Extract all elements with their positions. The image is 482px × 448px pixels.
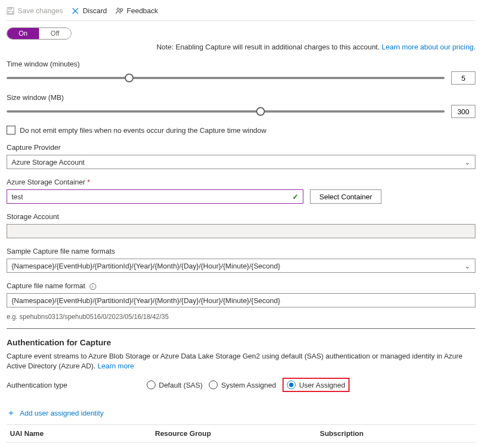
- feedback-label: Feedback: [126, 7, 158, 15]
- radio-icon: [147, 380, 156, 389]
- time-window-value[interactable]: [451, 71, 475, 85]
- toggle-on: On: [7, 28, 39, 39]
- size-window-label: Size window (MB): [7, 93, 475, 102]
- file-format-example: e.g. spehubns0313/spehub0516/0/2023/05/1…: [7, 313, 475, 321]
- feedback-icon: [115, 7, 123, 15]
- capture-provider-label: Capture Provider: [7, 143, 475, 152]
- pricing-link[interactable]: Learn more about our pricing.: [381, 43, 475, 51]
- save-icon: [7, 7, 14, 15]
- identity-table-header: UAI Name Resource Group Subscription: [7, 424, 475, 443]
- select-container-button[interactable]: Select Container: [310, 189, 381, 204]
- chevron-down-icon: ⌄: [464, 262, 470, 270]
- svg-rect-1: [8, 12, 13, 14]
- time-window-label: Time window (minutes): [7, 60, 475, 68]
- auth-learn-link[interactable]: Learn more: [97, 362, 134, 370]
- toolbar: Save changes Discard Feedback: [7, 4, 475, 21]
- col-uai-name: UAI Name: [7, 429, 155, 438]
- storage-container-label: Azure Storage Container *: [7, 178, 475, 186]
- auth-heading: Authentication for Capture: [7, 338, 475, 347]
- storage-container-input[interactable]: test ✓: [7, 189, 303, 204]
- emit-empty-checkbox[interactable]: [7, 126, 15, 135]
- size-window-slider[interactable]: [7, 110, 445, 113]
- plus-icon: ＋: [7, 407, 15, 419]
- discard-button[interactable]: Discard: [71, 7, 107, 15]
- highlight-box: User Assigned: [282, 378, 350, 392]
- auth-description: Capture event streams to Azure Blob Stor…: [7, 351, 475, 371]
- sample-formats-select[interactable]: {Namespace}/{EventHub}/{PartitionId}/{Ye…: [7, 259, 475, 273]
- svg-point-5: [117, 8, 119, 10]
- col-resource-group: Resource Group: [155, 429, 320, 438]
- add-identity-button[interactable]: ＋ Add user assigned identity: [7, 404, 475, 422]
- divider: [7, 328, 475, 329]
- slider-thumb[interactable]: [256, 107, 265, 116]
- storage-account-input: [7, 224, 475, 238]
- radio-default-sas[interactable]: Default (SAS): [147, 380, 202, 389]
- capture-provider-select[interactable]: Azure Storage Account ⌄: [7, 155, 475, 169]
- radio-icon: [287, 380, 296, 389]
- col-subscription: Subscription: [320, 429, 475, 438]
- svg-rect-2: [9, 8, 12, 9]
- feedback-button[interactable]: Feedback: [115, 7, 158, 15]
- auth-type-radio-group: Default (SAS) System Assigned User Assig…: [147, 378, 350, 392]
- file-format-label: Capture file name format i: [7, 282, 475, 290]
- sample-formats-label: Sample Capture file name formats: [7, 247, 475, 255]
- info-icon[interactable]: i: [90, 283, 96, 290]
- chevron-down-icon: ⌄: [464, 158, 470, 166]
- save-button: Save changes: [7, 7, 63, 15]
- discard-label: Discard: [82, 7, 107, 15]
- radio-user-assigned[interactable]: User Assigned: [287, 380, 345, 389]
- close-icon: [71, 7, 79, 15]
- pricing-note: Note: Enabling Capture will result in ad…: [7, 43, 475, 51]
- time-window-slider[interactable]: [7, 77, 445, 79]
- radio-system-assigned[interactable]: System Assigned: [209, 380, 276, 389]
- save-label: Save changes: [18, 7, 63, 15]
- auth-type-label: Authentication type: [7, 381, 147, 389]
- check-icon: ✓: [292, 193, 298, 201]
- emit-empty-label: Do not emit empty files when no events o…: [20, 126, 267, 135]
- slider-thumb[interactable]: [125, 74, 134, 82]
- file-format-input[interactable]: {Namespace}/{EventHub}/{PartitionId}/{Ye…: [7, 293, 475, 307]
- radio-icon: [209, 380, 218, 389]
- storage-account-label: Storage Account: [7, 212, 475, 221]
- toggle-off: Off: [39, 28, 71, 39]
- identity-table-empty: User assigned identity is not added yet: [7, 443, 475, 448]
- size-window-value[interactable]: [451, 105, 475, 118]
- capture-toggle[interactable]: On Off: [7, 27, 71, 40]
